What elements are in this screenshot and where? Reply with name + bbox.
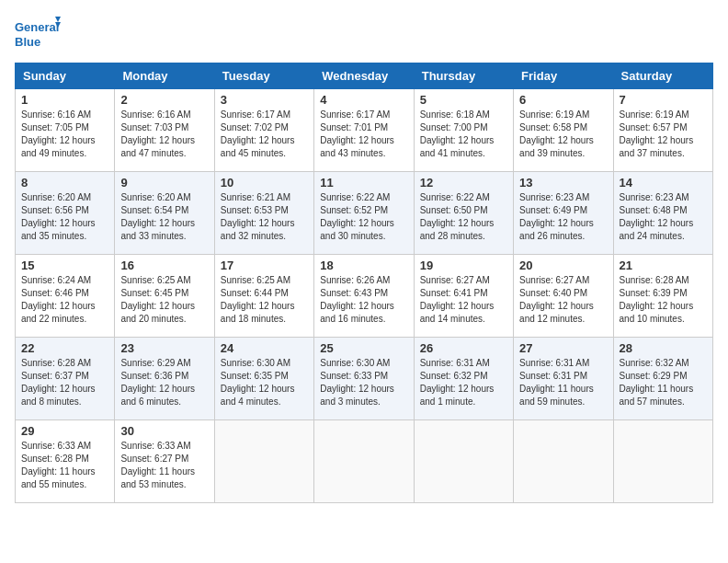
calendar-table: SundayMondayTuesdayWednesdayThursdayFrid… [15,63,713,503]
day-info: Sunrise: 6:23 AM Sunset: 6:48 PM Dayligh… [620,191,707,243]
day-cell-4: 4 Sunrise: 6:17 AM Sunset: 7:01 PM Dayli… [314,89,414,172]
day-info: Sunrise: 6:20 AM Sunset: 6:54 PM Dayligh… [120,191,208,243]
header-wednesday: Wednesday [314,63,414,89]
sunset-label: Sunset: 6:50 PM [420,205,488,215]
day-cell-14: 14 Sunrise: 6:23 AM Sunset: 6:48 PM Dayl… [613,172,712,255]
day-cell-16: 16 Sunrise: 6:25 AM Sunset: 6:45 PM Dayl… [115,255,214,338]
sunrise-label: Sunrise: 6:16 AM [21,109,91,120]
day-cell-30: 30 Sunrise: 6:33 AM Sunset: 6:27 PM Dayl… [115,420,214,503]
sunrise-label: Sunrise: 6:19 AM [519,109,589,120]
daylight-label: Daylight: 12 hours and 30 minutes. [320,218,394,241]
day-info: Sunrise: 6:26 AM Sunset: 6:43 PM Dayligh… [320,274,407,326]
day-number: 2 [120,93,208,107]
sunset-label: Sunset: 6:37 PM [21,371,89,381]
day-number: 23 [120,341,208,355]
day-info: Sunrise: 6:22 AM Sunset: 6:50 PM Dayligh… [420,191,507,243]
daylight-label: Daylight: 12 hours and 22 minutes. [21,301,96,324]
daylight-label: Daylight: 12 hours and 6 minutes. [120,384,195,407]
day-info: Sunrise: 6:22 AM Sunset: 6:52 PM Dayligh… [320,191,407,243]
day-info: Sunrise: 6:28 AM Sunset: 6:37 PM Dayligh… [21,357,108,408]
daylight-label: Daylight: 12 hours and 20 minutes. [120,301,195,324]
day-cell-12: 12 Sunrise: 6:22 AM Sunset: 6:50 PM Dayl… [414,172,513,255]
daylight-label: Daylight: 12 hours and 4 minutes. [221,384,295,407]
sunrise-label: Sunrise: 6:27 AM [519,275,589,285]
day-cell-17: 17 Sunrise: 6:25 AM Sunset: 6:44 PM Dayl… [214,255,313,338]
day-cell-6: 6 Sunrise: 6:19 AM Sunset: 6:58 PM Dayli… [514,89,613,172]
sunset-label: Sunset: 6:53 PM [221,205,289,215]
svg-text:Blue: Blue [15,35,40,49]
sunset-label: Sunset: 6:31 PM [519,371,587,381]
sunrise-label: Sunrise: 6:20 AM [120,192,190,202]
sunset-label: Sunset: 6:44 PM [221,288,289,298]
sunset-label: Sunset: 7:00 PM [420,122,488,132]
sunrise-label: Sunrise: 6:25 AM [221,275,290,285]
sunrise-label: Sunrise: 6:18 AM [420,109,490,120]
header-tuesday: Tuesday [214,63,313,89]
sunrise-label: Sunrise: 6:33 AM [120,441,190,451]
day-number: 5 [420,93,507,107]
day-number: 19 [420,259,507,272]
sunset-label: Sunset: 6:48 PM [620,205,688,215]
day-number: 14 [620,176,707,190]
day-number: 24 [221,341,308,355]
sunset-label: Sunset: 7:01 PM [320,122,388,132]
day-cell-8: 8 Sunrise: 6:20 AM Sunset: 6:56 PM Dayli… [16,172,115,255]
sunrise-label: Sunrise: 6:31 AM [420,358,490,368]
day-info: Sunrise: 6:25 AM Sunset: 6:44 PM Dayligh… [221,274,308,326]
daylight-label: Daylight: 12 hours and 18 minutes. [221,301,295,324]
daylight-label: Daylight: 12 hours and 24 minutes. [620,218,694,241]
day-number: 28 [620,341,707,355]
daylight-label: Daylight: 11 hours and 55 minutes. [21,466,96,489]
day-number: 26 [420,341,507,355]
header-monday: Monday [115,63,214,89]
day-cell-18: 18 Sunrise: 6:26 AM Sunset: 6:43 PM Dayl… [314,255,414,338]
day-number: 11 [320,176,407,190]
day-info: Sunrise: 6:25 AM Sunset: 6:45 PM Dayligh… [120,274,208,326]
day-info: Sunrise: 6:29 AM Sunset: 6:36 PM Dayligh… [120,357,208,408]
header-friday: Friday [514,63,613,89]
day-cell-22: 22 Sunrise: 6:28 AM Sunset: 6:37 PM Dayl… [16,338,115,420]
day-number: 4 [320,93,407,107]
daylight-label: Daylight: 12 hours and 35 minutes. [21,218,96,241]
day-number: 17 [221,259,308,272]
sunrise-label: Sunrise: 6:30 AM [221,358,290,368]
daylight-label: Daylight: 12 hours and 47 minutes. [120,135,195,158]
empty-cell [514,420,613,503]
daylight-label: Daylight: 12 hours and 14 minutes. [420,301,495,324]
daylight-label: Daylight: 12 hours and 26 minutes. [519,218,594,241]
day-info: Sunrise: 6:17 AM Sunset: 7:02 PM Dayligh… [221,109,308,160]
empty-cell [314,420,414,503]
day-number: 1 [21,93,108,107]
day-number: 15 [21,259,108,272]
header-thursday: Thursday [414,63,513,89]
sunrise-label: Sunrise: 6:29 AM [120,358,190,368]
calendar-header-row: SundayMondayTuesdayWednesdayThursdayFrid… [16,63,713,89]
day-cell-2: 2 Sunrise: 6:16 AM Sunset: 7:03 PM Dayli… [115,89,214,172]
day-number: 22 [21,341,108,355]
daylight-label: Daylight: 11 hours and 53 minutes. [120,466,195,489]
page-header: General Blue [15,15,713,55]
sunrise-label: Sunrise: 6:23 AM [620,192,689,202]
calendar-week-3: 15 Sunrise: 6:24 AM Sunset: 6:46 PM Dayl… [16,255,713,338]
sunrise-label: Sunrise: 6:20 AM [21,192,91,202]
day-cell-24: 24 Sunrise: 6:30 AM Sunset: 6:35 PM Dayl… [214,338,313,420]
day-number: 9 [120,176,208,190]
day-info: Sunrise: 6:23 AM Sunset: 6:49 PM Dayligh… [519,191,607,243]
day-cell-20: 20 Sunrise: 6:27 AM Sunset: 6:40 PM Dayl… [514,255,613,338]
daylight-label: Daylight: 12 hours and 28 minutes. [420,218,495,241]
day-number: 29 [21,424,108,438]
day-number: 3 [221,93,308,107]
daylight-label: Daylight: 12 hours and 43 minutes. [320,135,394,158]
sunrise-label: Sunrise: 6:26 AM [320,275,390,285]
daylight-label: Daylight: 12 hours and 12 minutes. [519,301,594,324]
day-info: Sunrise: 6:16 AM Sunset: 7:03 PM Dayligh… [120,109,208,160]
day-cell-3: 3 Sunrise: 6:17 AM Sunset: 7:02 PM Dayli… [214,89,313,172]
daylight-label: Daylight: 12 hours and 37 minutes. [620,135,694,158]
day-info: Sunrise: 6:27 AM Sunset: 6:41 PM Dayligh… [420,274,507,326]
day-cell-26: 26 Sunrise: 6:31 AM Sunset: 6:32 PM Dayl… [414,338,513,420]
sunrise-label: Sunrise: 6:21 AM [221,192,290,202]
day-cell-29: 29 Sunrise: 6:33 AM Sunset: 6:28 PM Dayl… [16,420,115,503]
daylight-label: Daylight: 12 hours and 10 minutes. [620,301,694,324]
logo: General Blue [15,15,61,55]
day-cell-13: 13 Sunrise: 6:23 AM Sunset: 6:49 PM Dayl… [514,172,613,255]
